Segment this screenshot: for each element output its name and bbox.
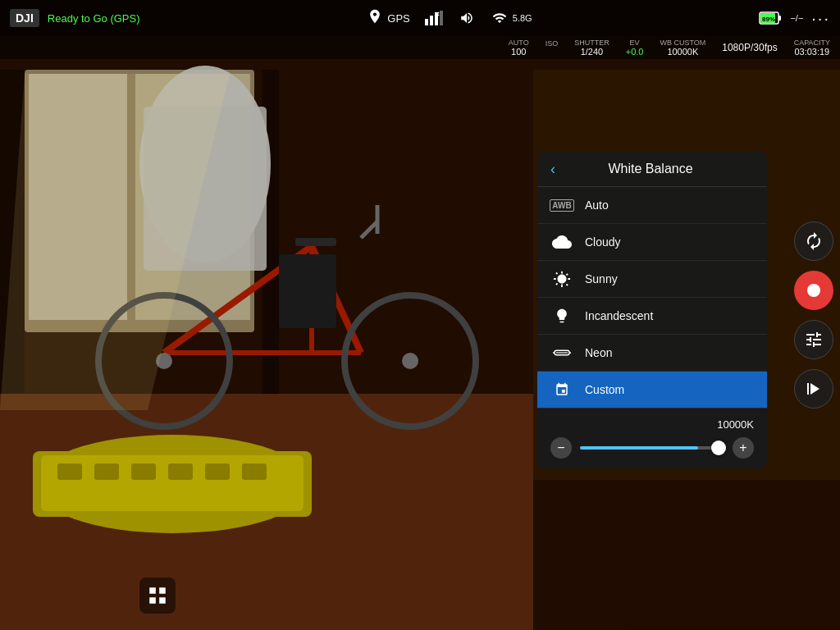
svg-rect-41 bbox=[778, 16, 781, 21]
gps-icon bbox=[367, 8, 383, 28]
auto-value: 100 bbox=[511, 47, 526, 57]
wb-cloudy-icon bbox=[550, 233, 573, 251]
wb-stat: WB Custom 10000K bbox=[660, 39, 705, 57]
svg-rect-37 bbox=[440, 11, 443, 25]
wb-slider-row: − + bbox=[550, 437, 754, 459]
svg-point-48 bbox=[807, 284, 820, 297]
wb-sunny-label: Sunny bbox=[585, 272, 618, 285]
wb-kelvin-display: 10000K bbox=[550, 418, 754, 431]
capacity-value: 03:03:19 bbox=[794, 47, 829, 57]
wifi-status: 5.8G bbox=[491, 11, 532, 25]
wb-back-button[interactable]: ‹ bbox=[550, 162, 555, 176]
wb-slider-track[interactable] bbox=[580, 446, 724, 450]
svg-rect-47 bbox=[556, 352, 568, 354]
wb-custom-icon bbox=[550, 381, 573, 399]
battery-voltage: −/− bbox=[790, 13, 803, 23]
rotate-camera-button[interactable] bbox=[794, 221, 833, 261]
top-bar: DJI Ready to Go (GPS) GPS bbox=[0, 0, 840, 36]
wb-slider-thumb[interactable] bbox=[711, 441, 726, 455]
wb-slider-minus[interactable]: − bbox=[550, 437, 572, 459]
wb-option-custom[interactable]: Custom bbox=[537, 372, 767, 409]
shutter-label: Shutter bbox=[574, 39, 609, 47]
svg-rect-49 bbox=[807, 383, 809, 395]
wb-title: White Balance bbox=[564, 162, 737, 176]
top-bar-center: GPS 5.8G bbox=[367, 8, 532, 28]
iso-stat: ISO – bbox=[546, 39, 559, 56]
wb-option-cloudy[interactable]: Cloudy bbox=[537, 224, 767, 261]
grid-button[interactable] bbox=[139, 578, 176, 614]
wb-sunny-icon bbox=[550, 270, 573, 288]
playback-button[interactable] bbox=[794, 369, 833, 409]
wb-value: 10000K bbox=[667, 47, 698, 57]
wb-incandescent-label: Incandescent bbox=[585, 309, 653, 322]
ev-label: EV bbox=[630, 39, 640, 47]
top-bar-left: DJI Ready to Go (GPS) bbox=[10, 9, 140, 27]
gps-label: GPS bbox=[387, 12, 409, 25]
svg-rect-35 bbox=[430, 16, 433, 25]
more-button[interactable]: ··· bbox=[811, 9, 830, 28]
stats-bar: AUTO 100 ISO – Shutter 1/240 EV +0.0 WB … bbox=[0, 36, 840, 59]
right-sidebar bbox=[788, 212, 840, 418]
wb-option-auto[interactable]: AWB Auto bbox=[537, 187, 767, 224]
auto-label: AUTO bbox=[509, 39, 529, 47]
wifi-freq: 5.8G bbox=[513, 13, 532, 23]
wb-option-incandescent[interactable]: Incandescent bbox=[537, 298, 767, 335]
shutter-value: 1/240 bbox=[581, 47, 604, 57]
wb-slider-plus[interactable]: + bbox=[733, 437, 754, 459]
svg-rect-34 bbox=[425, 19, 428, 25]
wb-auto-icon: AWB bbox=[550, 196, 573, 214]
wb-auto-label: Auto bbox=[585, 199, 609, 212]
gps-status: GPS bbox=[367, 8, 409, 28]
wb-incandescent-icon bbox=[550, 307, 573, 325]
capacity-stat: CAPACITY 03:03:19 bbox=[794, 39, 830, 57]
iso-label: ISO bbox=[546, 39, 559, 48]
top-bar-right: 89% −/− ··· bbox=[759, 9, 830, 28]
status-text: Ready to Go (GPS) bbox=[48, 12, 140, 25]
record-button[interactable] bbox=[794, 271, 833, 310]
battery-status: 89% bbox=[759, 11, 782, 25]
shutter-stat: Shutter 1/240 bbox=[574, 39, 609, 57]
signal-status bbox=[425, 11, 443, 25]
wb-cloudy-label: Cloudy bbox=[585, 235, 621, 249]
wb-header: ‹ White Balance bbox=[537, 152, 767, 187]
ev-stat: EV +0.0 bbox=[626, 39, 644, 57]
wb-custom-label: Custom bbox=[585, 383, 624, 396]
wb-slider-fill bbox=[580, 446, 698, 450]
auto-stat: AUTO 100 bbox=[509, 39, 529, 57]
wb-neon-label: Neon bbox=[585, 346, 612, 359]
camera-settings-button[interactable] bbox=[794, 320, 833, 359]
svg-text:89%: 89% bbox=[762, 16, 775, 23]
capacity-label: CAPACITY bbox=[794, 39, 830, 47]
wb-option-neon[interactable]: Neon bbox=[537, 335, 767, 372]
wb-option-sunny[interactable]: Sunny bbox=[537, 261, 767, 298]
wb-label: WB Custom bbox=[660, 39, 705, 47]
wb-slider-area: 10000K − + bbox=[537, 409, 767, 468]
dji-logo: DJI bbox=[10, 9, 39, 27]
resolution-stat: 1080P/30fps bbox=[722, 42, 777, 53]
wb-neon-icon bbox=[550, 344, 573, 362]
ev-value: +0.0 bbox=[626, 47, 644, 57]
resolution-value: 1080P/30fps bbox=[722, 42, 777, 53]
sound-status bbox=[458, 11, 476, 25]
wb-panel: ‹ White Balance AWB Auto Cloudy Sunny bbox=[537, 152, 767, 468]
